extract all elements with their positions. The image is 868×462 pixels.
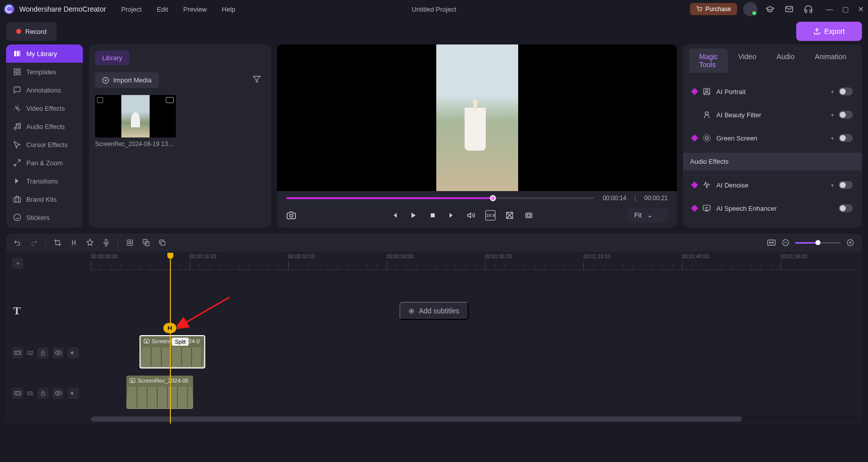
- toggle-green-screen[interactable]: [839, 134, 853, 142]
- clip-track-01[interactable]: ScreenRec_2024-06: [126, 376, 193, 409]
- multi-button[interactable]: [142, 238, 151, 247]
- sidebar-item-stickers[interactable]: Stickers: [6, 208, 83, 226]
- diamond-icon: [691, 181, 698, 189]
- track-02-header: 02: [6, 335, 86, 371]
- timeline-ruler[interactable]: 00:00:00:0000:00:16:2000:00:33:1000:00:5…: [91, 254, 857, 270]
- marker-button[interactable]: [85, 238, 95, 247]
- fullscreen-button[interactable]: [524, 210, 534, 220]
- split-button[interactable]: [69, 238, 78, 247]
- fit-timeline-button[interactable]: [767, 238, 776, 247]
- volume-button[interactable]: [466, 210, 476, 220]
- safe-zone-button[interactable]: [505, 210, 515, 220]
- preview-viewport[interactable]: [277, 44, 677, 191]
- horizontal-scrollbar[interactable]: [91, 417, 857, 422]
- zoom-slider[interactable]: [795, 242, 841, 244]
- media-checkbox[interactable]: [97, 97, 103, 103]
- category-sidebar: My Library Templates Annotations Video E…: [6, 44, 83, 227]
- visibility-button[interactable]: [53, 347, 64, 358]
- timeline[interactable]: ＋ 00:00:00:0000:00:16:2000:00:33:1000:00…: [6, 252, 862, 424]
- ruler-tick: 00:01:06:20: [485, 254, 512, 259]
- progress-thumb[interactable]: [490, 195, 496, 201]
- sidebar-item-transitions[interactable]: Transitions: [6, 172, 83, 190]
- sidebar-item-templates[interactable]: Templates: [6, 63, 83, 81]
- add-track-button[interactable]: ＋: [12, 258, 23, 269]
- split-tooltip: Split: [172, 338, 189, 346]
- toggle-ai-beauty[interactable]: [839, 111, 853, 119]
- library-tab[interactable]: Library: [95, 51, 129, 65]
- crop-button[interactable]: [53, 238, 62, 247]
- next-frame-button[interactable]: [447, 210, 457, 220]
- prop-ai-speech[interactable]: AI Speech Enhancer: [690, 197, 855, 220]
- menu-preview[interactable]: Preview: [184, 6, 207, 13]
- menu-edit[interactable]: Edit: [157, 6, 168, 13]
- svg-point-25: [705, 136, 708, 140]
- menu-project[interactable]: Project: [121, 6, 142, 13]
- tab-magic-tools[interactable]: Magic Tools: [689, 49, 728, 73]
- sidebar-item-my-library[interactable]: My Library: [6, 44, 83, 63]
- tab-audio[interactable]: Audio: [766, 49, 805, 73]
- undo-button[interactable]: [13, 238, 22, 247]
- aspect-ratio-button[interactable]: 16:9: [485, 210, 495, 220]
- tab-video[interactable]: Video: [728, 49, 766, 73]
- toggle-ai-denoise[interactable]: [839, 181, 853, 189]
- lock-button[interactable]: [37, 347, 49, 358]
- record-button[interactable]: Record: [6, 22, 57, 41]
- fit-select[interactable]: Fit ⌄: [627, 208, 668, 222]
- lock-button[interactable]: [37, 388, 49, 399]
- visibility-button[interactable]: [53, 388, 64, 399]
- sidebar-item-label: Pan & Zoom: [26, 159, 63, 167]
- import-media-button[interactable]: Import Media: [95, 72, 159, 88]
- purchase-button[interactable]: Purchase: [690, 3, 737, 15]
- tab-animation[interactable]: Animation: [805, 49, 856, 73]
- text-track-icon: T: [13, 304, 21, 317]
- cart-icon: [696, 6, 702, 12]
- export-button[interactable]: Export: [796, 22, 862, 41]
- prop-ai-denoise[interactable]: AI Denoise ▾: [690, 173, 855, 197]
- play-button[interactable]: [408, 210, 419, 220]
- mute-button[interactable]: [68, 347, 79, 358]
- voiceover-button[interactable]: [102, 238, 111, 247]
- track-number: 02: [27, 350, 33, 356]
- snapshot-button[interactable]: [286, 210, 296, 220]
- sidebar-item-annotations[interactable]: Annotations: [6, 81, 83, 99]
- redo-button[interactable]: [29, 238, 38, 247]
- maximize-button[interactable]: ▢: [842, 5, 849, 13]
- sidebar-item-label: Transitions: [26, 177, 58, 185]
- prop-ai-beauty[interactable]: AI Beauty Filter ▾: [690, 103, 855, 126]
- zoom-out-button[interactable]: [781, 238, 790, 247]
- mute-button[interactable]: [68, 388, 79, 399]
- support-icon[interactable]: [802, 3, 815, 16]
- toggle-ai-speech[interactable]: [839, 204, 853, 212]
- duplicate-button[interactable]: [158, 238, 167, 247]
- zoom-in-button[interactable]: [846, 238, 855, 247]
- inbox-icon[interactable]: [783, 3, 796, 16]
- progress-bar[interactable]: [286, 197, 595, 199]
- split-marker[interactable]: [163, 323, 176, 333]
- prev-frame-button[interactable]: [389, 210, 399, 220]
- time-current: 00:00:14: [603, 195, 626, 202]
- library-icon: [13, 50, 21, 58]
- media-item[interactable]: ScreenRec_2024-06-19 13-4...: [95, 95, 176, 151]
- add-subtitles-button[interactable]: ⊕ Add subtitles: [399, 302, 468, 320]
- sidebar-item-cursor-effects[interactable]: Cursor Effects: [6, 135, 83, 154]
- media-thumbnail[interactable]: [95, 95, 176, 137]
- academy-icon[interactable]: [763, 3, 776, 16]
- project-title: Untitled Project: [412, 6, 456, 13]
- denoise-icon: [702, 180, 711, 190]
- sidebar-item-brand-kits[interactable]: Brand Kits: [6, 190, 83, 208]
- pan-zoom-icon: [13, 159, 21, 167]
- minimize-button[interactable]: —: [826, 5, 833, 13]
- close-button[interactable]: ✕: [858, 5, 864, 13]
- sidebar-item-pan-zoom[interactable]: Pan & Zoom: [6, 154, 83, 172]
- sidebar-item-audio-effects[interactable]: Audio Effects: [6, 117, 83, 135]
- prop-green-screen[interactable]: Green Screen ▾: [690, 126, 855, 150]
- toggle-ai-portrait[interactable]: [839, 87, 853, 96]
- group-button[interactable]: [125, 238, 134, 247]
- playhead[interactable]: [170, 253, 171, 424]
- prop-ai-portrait[interactable]: AI Portrait ▾: [690, 80, 855, 103]
- sidebar-item-video-effects[interactable]: Video Effects: [6, 99, 83, 117]
- filter-icon[interactable]: [249, 71, 265, 89]
- menu-help[interactable]: Help: [222, 6, 236, 13]
- stop-button[interactable]: [428, 210, 438, 220]
- user-avatar[interactable]: [743, 2, 757, 16]
